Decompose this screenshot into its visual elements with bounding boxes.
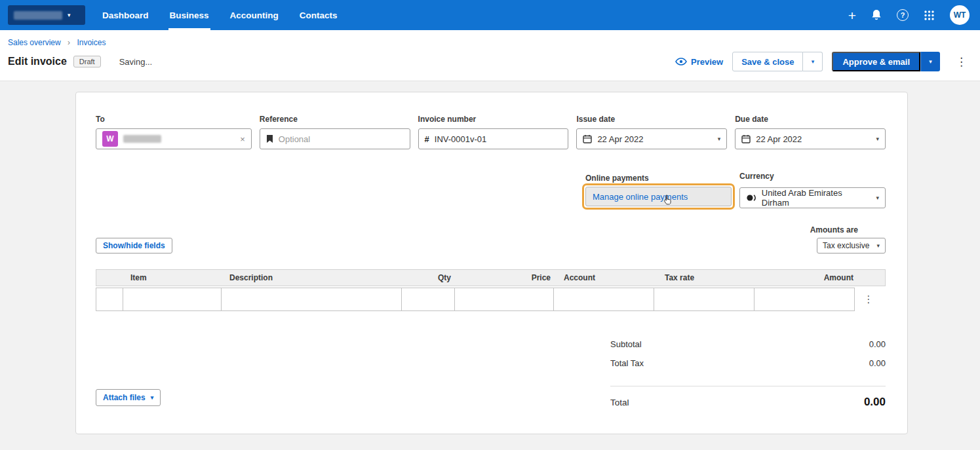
table-header-row: Item Description Qty Price Account Tax r… <box>96 269 886 286</box>
tutorial-highlight-ring: Manage online payments <box>582 183 735 210</box>
subtotal-row: Subtotal 0.00 <box>610 335 886 354</box>
more-options-kebab-icon[interactable]: ⋮ <box>953 55 970 69</box>
org-name-redacted <box>14 11 62 20</box>
bookmark-icon <box>266 134 273 143</box>
status-badge: Draft <box>73 56 101 67</box>
save-close-dropdown-button[interactable]: ▾ <box>803 52 823 71</box>
column-header-account: Account <box>557 273 658 282</box>
reference-label: Reference <box>260 115 410 124</box>
invoice-number-input[interactable]: # INV-0001v-01 <box>418 128 569 149</box>
row-tax-rate-input[interactable] <box>654 288 755 311</box>
save-close-split-button: Save & close ▾ <box>732 52 823 71</box>
breadcrumb-sales-overview[interactable]: Sales overview <box>8 38 61 47</box>
approve-email-split-button: Approve & email ▾ <box>832 52 940 71</box>
row-spacer <box>96 172 578 210</box>
currency-label: Currency <box>739 172 886 181</box>
tax-mode-select[interactable]: Tax exclusive ▾ <box>817 238 886 253</box>
chevron-down-icon: ▾ <box>876 242 880 249</box>
column-header-amount: Amount <box>759 273 860 282</box>
reference-field-group: Reference Optional <box>260 115 410 149</box>
remove-contact-icon[interactable]: × <box>240 134 245 144</box>
invoice-number-value: INV-0001v-01 <box>435 134 487 144</box>
help-icon[interactable]: ? <box>897 9 909 21</box>
row-description-input[interactable] <box>221 288 402 311</box>
question-glyph: ? <box>901 11 905 19</box>
manage-online-payments-button[interactable]: Manage online payments <box>585 187 732 206</box>
issue-date-field-group: Issue date 22 Apr 2022 ▾ <box>576 115 727 149</box>
chevron-down-icon: ▾ <box>812 58 815 65</box>
subtotal-label: Subtotal <box>610 339 642 349</box>
preview-button[interactable]: Preview <box>675 57 723 67</box>
row-drag-handle-cell[interactable] <box>96 288 123 311</box>
nav-utilities: + ? WT <box>848 5 970 25</box>
line-items-table: Item Description Qty Price Account Tax r… <box>96 269 886 311</box>
invoice-number-field-group: Invoice number # INV-0001v-01 <box>418 115 569 149</box>
currency-select[interactable]: United Arab Emirates Dirham ▾ <box>739 187 886 208</box>
nav-accounting[interactable]: Accounting <box>229 0 280 30</box>
org-switcher[interactable]: ▾ <box>8 5 85 25</box>
subtotal-value: 0.00 <box>869 339 886 349</box>
reference-placeholder: Optional <box>279 134 310 144</box>
hash-icon: # <box>425 134 429 144</box>
chevron-down-icon: ▾ <box>68 12 71 18</box>
chevron-down-icon[interactable]: ▾ <box>876 195 879 201</box>
row-options-kebab-icon[interactable]: ⋮ <box>855 288 882 311</box>
grid-dots-icon <box>924 10 935 21</box>
main-menu: Dashboard Business Accounting Contacts <box>101 0 357 30</box>
issue-date-input[interactable]: 22 Apr 2022 ▾ <box>576 128 727 149</box>
row-amount-input[interactable] <box>754 288 855 311</box>
to-label: To <box>96 115 252 124</box>
row-item-input[interactable] <box>123 288 222 311</box>
row-account-input[interactable] <box>553 288 654 311</box>
row-qty-input[interactable] <box>401 288 455 311</box>
chevron-down-icon[interactable]: ▾ <box>718 136 721 142</box>
total-tax-label: Total Tax <box>610 358 644 368</box>
total-tax-value: 0.00 <box>869 358 886 368</box>
amounts-are-label: Amounts are <box>810 225 858 234</box>
reference-input[interactable]: Optional <box>260 128 410 149</box>
calendar-icon <box>741 134 751 143</box>
contact-input[interactable]: W × <box>96 128 252 149</box>
totals-summary: Subtotal 0.00 Total Tax 0.00 <box>610 335 886 373</box>
show-hide-fields-button[interactable]: Show/hide fields <box>96 238 172 253</box>
invoice-form-card: To W × Reference Optional Invoice number <box>75 92 908 434</box>
breadcrumb-invoices[interactable]: Invoices <box>77 38 106 47</box>
chevron-down-icon[interactable]: ▾ <box>876 136 879 142</box>
chevron-down-icon: ▾ <box>929 58 932 65</box>
notifications-bell-icon[interactable] <box>871 9 882 21</box>
nav-business[interactable]: Business <box>168 0 210 30</box>
attach-files-label: Attach files <box>103 393 146 402</box>
to-field-group: To W × <box>96 115 252 149</box>
attach-files-button[interactable]: Attach files ▾ <box>96 389 161 406</box>
approve-email-dropdown-button[interactable]: ▾ <box>920 52 940 71</box>
nav-contacts[interactable]: Contacts <box>298 0 339 30</box>
top-navigation: ▾ Dashboard Business Accounting Contacts… <box>0 0 980 30</box>
preview-label: Preview <box>691 57 723 67</box>
hand-cursor-icon <box>663 195 672 207</box>
invoice-edit-content: To W × Reference Optional Invoice number <box>0 81 980 450</box>
approve-email-button[interactable]: Approve & email <box>832 52 920 71</box>
breadcrumb: Sales overview › Invoices <box>8 38 970 47</box>
eye-icon <box>675 58 687 66</box>
currency-coin-icon <box>746 194 756 202</box>
due-date-value: 22 Apr 2022 <box>756 134 802 144</box>
total-label: Total <box>610 398 629 407</box>
row-price-input[interactable] <box>454 288 554 311</box>
save-close-button[interactable]: Save & close <box>732 52 803 71</box>
total-value: 0.00 <box>864 396 886 409</box>
due-date-input[interactable]: 22 Apr 2022 ▾ <box>735 128 886 149</box>
avatar[interactable]: WT <box>950 5 970 25</box>
column-header-price: Price <box>458 273 557 282</box>
bell-icon <box>871 9 882 21</box>
apps-grid-icon[interactable] <box>924 10 935 21</box>
create-new-icon[interactable]: + <box>848 9 856 22</box>
chevron-down-icon: ▾ <box>151 394 154 401</box>
saving-status: Saving... <box>119 57 153 67</box>
nav-dashboard[interactable]: Dashboard <box>101 0 150 30</box>
due-date-label: Due date <box>735 115 886 124</box>
page-title: Edit invoice <box>8 56 67 67</box>
online-payments-group: Online payments Manage online payments <box>585 172 732 210</box>
calendar-icon <box>583 134 592 143</box>
online-payments-label: Online payments <box>585 174 649 183</box>
header-actions: Preview Save & close ▾ Approve & email ▾… <box>675 52 970 71</box>
